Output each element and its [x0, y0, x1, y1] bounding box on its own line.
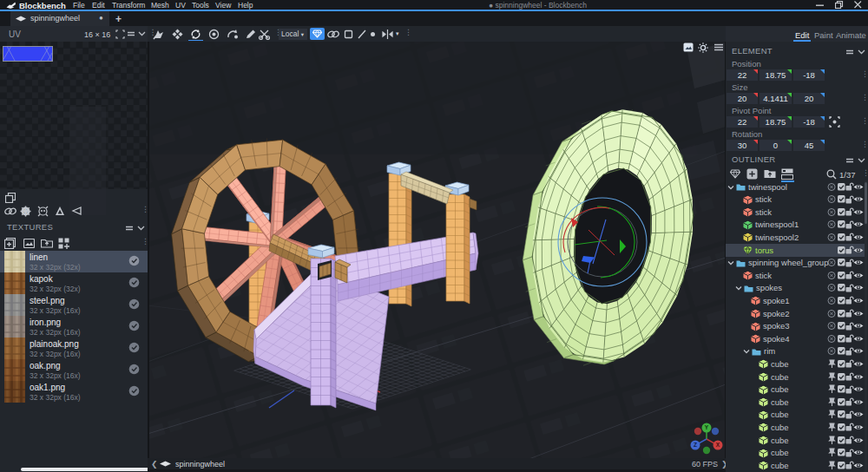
svg-text:X: X — [716, 442, 720, 448]
svg-text:Y: Y — [705, 424, 709, 430]
svg-text:Z: Z — [694, 442, 697, 448]
